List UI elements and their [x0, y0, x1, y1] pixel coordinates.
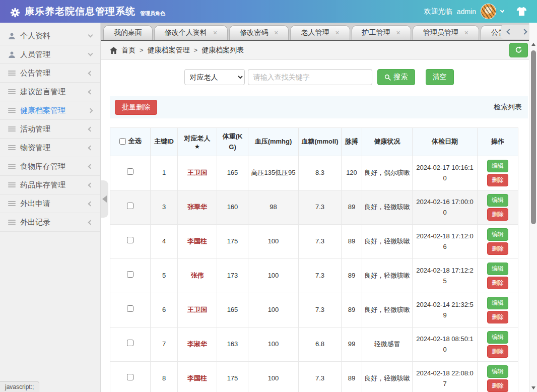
cell-weight: 175 — [217, 225, 248, 259]
sidebar-item-health-archive[interactable]: 健康档案管理 — [0, 101, 100, 120]
scroll-down-arrow-icon[interactable] — [531, 386, 535, 389]
theme-tshirt-icon[interactable] — [516, 7, 527, 16]
sidebar-item-activity[interactable]: 活动管理 — [0, 120, 100, 139]
elder-name-link[interactable]: 张伟 — [191, 272, 204, 279]
app-title: 康乐养老院信息管理系统 — [25, 5, 136, 18]
elder-name-link[interactable]: 张翠华 — [187, 203, 207, 211]
home-icon — [110, 47, 117, 54]
column-header-6: 脉搏 — [342, 128, 362, 156]
elder-name-link[interactable]: 李淑华 — [187, 340, 207, 348]
cell-blood-pressure: 高压135低压95 — [248, 156, 299, 190]
sidebar-item-label: 健康档案管理 — [20, 106, 84, 115]
delete-button[interactable]: 删除 — [487, 174, 508, 186]
sidebar-item-supplies[interactable]: 物资管理 — [0, 139, 100, 157]
menu-lines-icon — [8, 126, 16, 132]
select-all-checkbox[interactable] — [119, 138, 126, 145]
breadcrumb-item-1[interactable]: 健康档案管理 — [148, 46, 190, 55]
sidebar-collapse-handle[interactable] — [101, 180, 108, 218]
elder-name-link[interactable]: 王卫国 — [187, 169, 207, 176]
tab-1[interactable]: 修改个人资料× — [154, 25, 228, 40]
tab-scroll-right-icon[interactable] — [521, 29, 527, 34]
edit-button[interactable]: 编辑 — [487, 160, 508, 172]
tab-2[interactable]: 修改密码× — [229, 25, 289, 40]
batch-delete-button[interactable]: 批量删除 — [115, 100, 157, 115]
sidebar-item-outing-apply[interactable]: 外出申请 — [0, 194, 100, 213]
elder-name-link[interactable]: 李国柱 — [187, 374, 207, 382]
tab-close-icon[interactable]: × — [464, 29, 468, 37]
sidebar-item-outing-record[interactable]: 外出记录 — [0, 213, 100, 232]
cell-health-status: 良好，轻微咳嗽 — [362, 293, 413, 328]
edit-button[interactable]: 编辑 — [487, 263, 508, 275]
column-header-9: 操作 — [478, 128, 518, 156]
search-input[interactable] — [248, 69, 372, 85]
sidebar-item-suggestion[interactable]: 建议留言管理 — [0, 83, 100, 101]
cell-blood-sugar: 7.3 — [299, 190, 342, 225]
table-row: 8李国柱1751007.389良好，轻微咳嗽2024-02-18 22:08:0… — [110, 362, 518, 392]
clear-button[interactable]: 清空 — [426, 69, 454, 85]
edit-button[interactable]: 编辑 — [487, 297, 508, 309]
cell-pulse: 89 — [342, 259, 362, 293]
cell-checkbox — [110, 259, 151, 293]
sidebar-item-label: 外出记录 — [20, 218, 84, 227]
row-checkbox[interactable] — [127, 237, 133, 243]
cell-checkup-date: 2024-02-18 17:12:25 — [413, 259, 478, 293]
sidebar-item-profile[interactable]: 个人资料 — [0, 27, 100, 45]
cell-actions: 编辑删除 — [478, 190, 518, 225]
sidebar-item-label: 活动管理 — [20, 124, 84, 134]
row-checkbox[interactable] — [127, 340, 133, 346]
elder-name-link[interactable]: 李国柱 — [187, 237, 207, 245]
sort-star-icon[interactable]: ★ — [180, 144, 215, 150]
table-body: 1王卫国165高压135低压958.3120良好，偶尔咳嗽2024-02-17 … — [110, 156, 518, 392]
edit-button[interactable]: 编辑 — [487, 228, 508, 241]
refresh-button[interactable] — [509, 43, 528, 57]
cell-checkbox — [110, 225, 151, 259]
edit-button[interactable]: 编辑 — [487, 365, 508, 378]
sidebar-item-personnel[interactable]: 人员管理 — [0, 45, 100, 64]
table-row: 3张翠华160987.389良好，轻微咳嗽2024-02-16 17:00:00… — [110, 190, 518, 225]
chevron-down-icon[interactable] — [500, 8, 504, 12]
app-brand: 康乐养老院信息管理系统 管理员角色 — [10, 5, 165, 18]
row-checkbox[interactable] — [127, 271, 133, 278]
elder-name-link[interactable]: 王卫国 — [187, 306, 207, 313]
tab-5[interactable]: 管理员管理× — [413, 25, 479, 40]
delete-button[interactable]: 删除 — [487, 208, 508, 221]
tab-close-icon[interactable]: × — [274, 29, 278, 37]
filter-field-select[interactable]: 对应老人 — [184, 69, 245, 85]
sidebar-item-medicine-stock[interactable]: 药品库存管理 — [0, 176, 100, 194]
cell-id: 6 — [151, 293, 178, 328]
delete-button[interactable]: 删除 — [487, 345, 508, 358]
cell-blood-sugar: 8.3 — [299, 156, 342, 190]
row-checkbox[interactable] — [127, 203, 133, 209]
vertical-scrollbar[interactable] — [529, 23, 537, 392]
delete-button[interactable]: 删除 — [487, 277, 508, 289]
edit-button[interactable]: 编辑 — [487, 194, 508, 207]
tab-3[interactable]: 老人管理× — [290, 25, 350, 40]
tab-4[interactable]: 护工管理× — [352, 25, 411, 40]
delete-button[interactable]: 删除 — [487, 379, 508, 392]
breadcrumb-separator: > — [194, 46, 198, 54]
tab-close-icon[interactable]: × — [213, 29, 217, 37]
row-checkbox[interactable] — [127, 374, 133, 380]
scroll-up-arrow-icon[interactable] — [531, 43, 535, 46]
scrollbar-thumb[interactable] — [531, 50, 536, 224]
search-button[interactable]: 搜索 — [377, 69, 415, 85]
tab-label: 修改个人资料 — [165, 28, 207, 37]
user-avatar[interactable] — [481, 4, 496, 19]
edit-button[interactable]: 编辑 — [487, 331, 508, 344]
tab-scroll-left-icon[interactable] — [506, 29, 512, 34]
table-row: 7李淑华1631006.899轻微感冒2024-02-18 08:50:10编辑… — [110, 328, 518, 362]
cell-pulse: 89 — [342, 293, 362, 328]
delete-button[interactable]: 删除 — [487, 242, 508, 255]
column-header-7: 健康状况 — [362, 128, 413, 156]
sidebar-item-food-stock[interactable]: 食物库存管理 — [0, 157, 100, 176]
delete-button[interactable]: 删除 — [487, 311, 508, 323]
breadcrumb-item-0[interactable]: 首页 — [121, 46, 136, 55]
row-checkbox[interactable] — [127, 305, 133, 312]
tab-close-icon[interactable]: × — [335, 29, 339, 37]
row-checkbox[interactable] — [127, 168, 133, 175]
welcome-text: 欢迎光临 — [424, 7, 452, 16]
tab-0[interactable]: 我的桌面 — [103, 25, 153, 40]
chevron-left-icon — [88, 126, 93, 132]
sidebar-item-announcement[interactable]: 公告管理 — [0, 64, 100, 83]
tab-close-icon[interactable]: × — [396, 29, 400, 37]
